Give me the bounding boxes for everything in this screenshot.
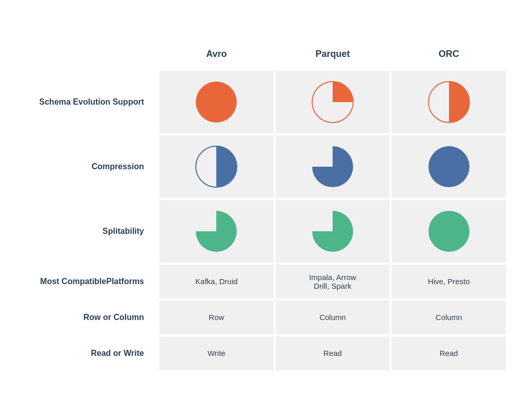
data-cell-4-2: Column bbox=[391, 300, 507, 335]
pie-chart bbox=[193, 208, 239, 254]
pie-chart bbox=[310, 79, 356, 125]
data-cell-2-0 bbox=[158, 199, 275, 264]
cell-text-5-1: Read bbox=[323, 349, 342, 357]
row-label-4: Row or Column bbox=[25, 300, 158, 335]
data-cell-2-2 bbox=[391, 199, 507, 264]
pie-chart bbox=[310, 208, 356, 254]
svg-point-0 bbox=[196, 82, 237, 123]
data-cell-0-1 bbox=[275, 70, 391, 134]
cell-text-5-0: Write bbox=[208, 349, 226, 357]
row-label-3: Most CompatiblePlatforms bbox=[25, 264, 158, 300]
header-empty bbox=[25, 44, 158, 70]
pie-chart bbox=[310, 144, 356, 190]
row-label-0: Schema Evolution Support bbox=[25, 70, 158, 134]
main-container: AvroParquetORCSchema Evolution Support C… bbox=[15, 13, 517, 387]
row-label-5: Read or Write bbox=[25, 335, 158, 371]
data-cell-3-2: Hive, Presto bbox=[391, 264, 507, 300]
cell-text-3-1: Impala, ArrowDrill, Spark bbox=[309, 273, 356, 290]
pie-chart bbox=[426, 79, 472, 125]
data-cell-2-1 bbox=[275, 199, 391, 264]
data-cell-0-2 bbox=[391, 70, 507, 134]
data-cell-1-1 bbox=[275, 134, 391, 199]
cell-text-4-0: Row bbox=[209, 313, 224, 322]
data-cell-5-2: Read bbox=[391, 335, 507, 371]
pie-chart bbox=[193, 144, 239, 190]
cell-text-3-2: Hive, Presto bbox=[428, 277, 470, 286]
grid: AvroParquetORCSchema Evolution Support C… bbox=[25, 44, 507, 371]
cell-text-5-2: Read bbox=[440, 349, 458, 357]
cell-text-4-1: Column bbox=[319, 313, 346, 322]
header-col-orc: ORC bbox=[391, 44, 507, 70]
pie-chart bbox=[426, 208, 472, 254]
svg-point-4 bbox=[428, 146, 469, 187]
cell-text-4-2: Column bbox=[436, 313, 462, 322]
header-col-avro: Avro bbox=[158, 44, 275, 70]
comparison-table: AvroParquetORCSchema Evolution Support C… bbox=[25, 44, 507, 371]
data-cell-3-0: Kafka, Druid bbox=[158, 264, 275, 300]
data-cell-4-0: Row bbox=[158, 300, 275, 335]
pie-chart bbox=[426, 144, 472, 190]
header-col-parquet: Parquet bbox=[275, 44, 391, 70]
pie-chart bbox=[193, 79, 239, 125]
data-cell-1-0 bbox=[158, 134, 275, 199]
row-label-2: Splitability bbox=[25, 199, 158, 264]
data-cell-0-0 bbox=[158, 70, 275, 134]
data-cell-3-1: Impala, ArrowDrill, Spark bbox=[275, 264, 391, 300]
data-cell-5-0: Write bbox=[158, 335, 275, 371]
data-cell-5-1: Read bbox=[275, 335, 391, 371]
data-cell-4-1: Column bbox=[275, 300, 391, 335]
svg-point-5 bbox=[428, 211, 469, 252]
data-cell-1-2 bbox=[391, 134, 507, 199]
cell-text-3-0: Kafka, Druid bbox=[195, 277, 238, 286]
row-label-1: Compression bbox=[25, 134, 158, 199]
